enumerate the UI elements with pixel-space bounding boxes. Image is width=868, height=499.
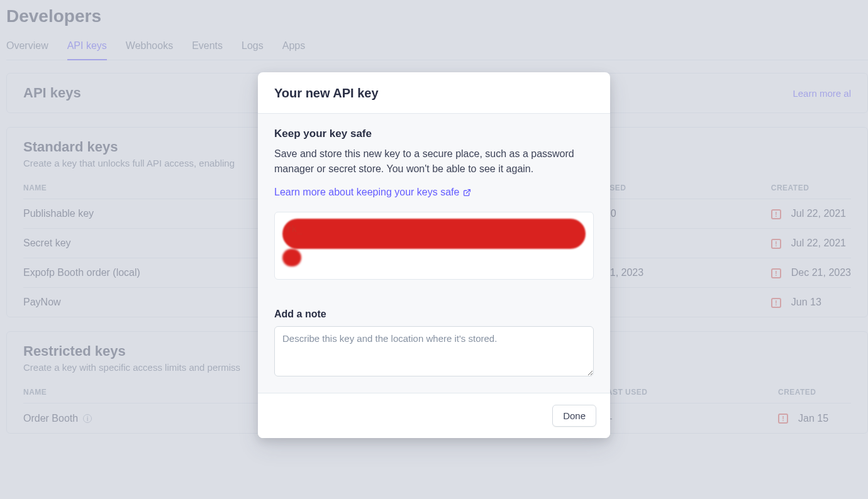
keep-safe-link-text: Learn more about keeping your keys safe xyxy=(274,187,459,198)
add-note-section: Add a note xyxy=(258,296,610,393)
new-api-key-modal: Your new API key Keep your key safe Save… xyxy=(258,72,610,438)
external-link-icon xyxy=(463,189,471,197)
modal-footer: Done xyxy=(258,393,610,438)
done-button[interactable]: Done xyxy=(552,405,596,427)
key-prefix: rk_ xyxy=(286,224,302,234)
redacted-key-overlay xyxy=(282,219,586,249)
modal-body: Keep your key safe Save and store this n… xyxy=(258,114,610,296)
svg-line-0 xyxy=(467,189,470,193)
note-input[interactable] xyxy=(274,326,594,376)
keep-safe-link[interactable]: Learn more about keeping your keys safe xyxy=(274,187,471,198)
keep-safe-desc: Save and store this new key to a secure … xyxy=(274,146,594,177)
modal-title: Your new API key xyxy=(274,86,594,101)
add-note-heading: Add a note xyxy=(274,309,594,320)
key-tail: ZF xyxy=(286,255,582,265)
modal-header: Your new API key xyxy=(258,72,610,114)
modal-overlay[interactable]: Your new API key Keep your key safe Save… xyxy=(0,0,868,499)
keep-safe-heading: Keep your key safe xyxy=(274,128,594,140)
api-key-display[interactable]: rk_ ZF xyxy=(274,212,594,280)
